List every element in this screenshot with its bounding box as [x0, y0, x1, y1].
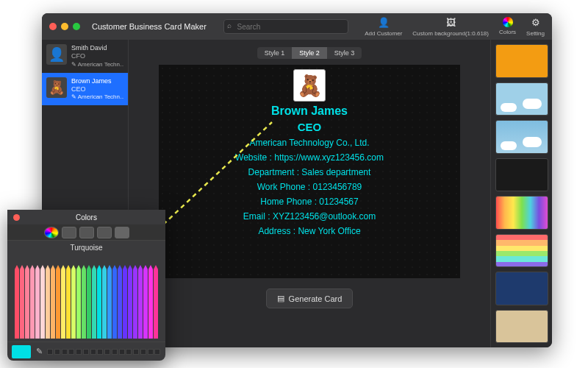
- generate-card-button[interactable]: ▤ Generate Card: [266, 289, 354, 308]
- pencil-color[interactable]: [20, 269, 24, 339]
- edit-icon: ✎: [71, 93, 78, 100]
- pencil-color[interactable]: [61, 269, 65, 339]
- customer-role: CEO: [71, 85, 123, 93]
- color-well[interactable]: [54, 349, 60, 355]
- customer-list-item[interactable]: 🧸 Brown James CEO ✎ American Technology …: [42, 73, 128, 106]
- pencil-color[interactable]: [66, 269, 71, 339]
- background-thumbnail[interactable]: [495, 158, 548, 192]
- background-thumbnail[interactable]: [495, 234, 548, 268]
- pencil-color[interactable]: [35, 269, 40, 339]
- colors-button[interactable]: Colors: [499, 17, 516, 37]
- pencil-color[interactable]: [15, 269, 19, 339]
- pencil-color[interactable]: [148, 269, 153, 339]
- pencil-color[interactable]: [133, 269, 137, 339]
- color-wheel-icon: [503, 17, 513, 27]
- close-icon[interactable]: [13, 214, 20, 221]
- pencil-color[interactable]: [112, 269, 117, 339]
- background-thumbnail[interactable]: [495, 82, 548, 116]
- toolbar: 👤 Add Customer 🖼 Custom background(1:0.6…: [365, 17, 545, 37]
- customer-name: Smith David: [71, 44, 123, 52]
- pencil-color[interactable]: [87, 269, 91, 339]
- background-thumbnail[interactable]: [495, 272, 548, 305]
- color-well[interactable]: [104, 349, 110, 355]
- pencil-color[interactable]: [97, 269, 101, 339]
- minimize-icon[interactable]: [61, 23, 68, 30]
- card-website: Website : https://www.xyz123456.com: [235, 152, 384, 163]
- customer-role: CFO: [71, 52, 123, 60]
- color-well[interactable]: [126, 349, 132, 355]
- pencil-color[interactable]: [51, 269, 55, 339]
- color-well[interactable]: [133, 349, 139, 355]
- current-color-swatch: [12, 345, 31, 358]
- color-well[interactable]: [112, 349, 118, 355]
- colors-panel-titlebar: Colors: [7, 210, 165, 224]
- custom-background-button[interactable]: 🖼 Custom background(1:0.618): [412, 17, 489, 37]
- pencil-color[interactable]: [25, 269, 29, 339]
- customer-company: ✎ American Technology C: [71, 61, 123, 68]
- card-home-phone: Home Phone : 01234567: [260, 197, 358, 207]
- color-well[interactable]: [119, 349, 125, 355]
- image-palettes-tab[interactable]: [97, 227, 112, 238]
- color-well[interactable]: [97, 349, 103, 355]
- business-card-preview: 🧸 Brown James CEO American Technology Co…: [159, 65, 460, 278]
- background-thumbnail[interactable]: [495, 120, 548, 154]
- toolbar-label: Colors: [499, 29, 516, 35]
- color-well[interactable]: [68, 349, 74, 355]
- toolbar-label: Custom background(1:0.618): [412, 30, 489, 37]
- custom-color-wells[interactable]: [47, 349, 161, 355]
- pencil-color[interactable]: [40, 269, 45, 339]
- card-email: Email : XYZ123456@outlook.com: [243, 211, 376, 222]
- color-well[interactable]: [140, 349, 146, 355]
- color-well[interactable]: [148, 349, 154, 355]
- background-thumbnail[interactable]: [495, 310, 548, 344]
- search-field-wrap: ⌕: [223, 19, 348, 34]
- color-well[interactable]: [76, 349, 82, 355]
- pencil-picker[interactable]: [7, 255, 165, 342]
- pencil-color[interactable]: [30, 269, 35, 339]
- card-name: Brown James: [271, 105, 348, 118]
- colors-panel-modes: [7, 224, 165, 241]
- zoom-icon[interactable]: [73, 23, 80, 30]
- pencil-color[interactable]: [102, 269, 107, 339]
- close-icon[interactable]: [49, 23, 57, 30]
- color-sliders-tab[interactable]: [62, 227, 76, 238]
- pencil-color[interactable]: [82, 269, 86, 339]
- style-tab[interactable]: Style 1: [257, 47, 293, 59]
- pencil-color[interactable]: [107, 269, 112, 339]
- color-well[interactable]: [154, 349, 160, 355]
- pencil-color[interactable]: [154, 269, 158, 339]
- background-thumbnail[interactable]: [495, 196, 548, 230]
- app-title: Customer Business Card Maker: [92, 22, 207, 31]
- settings-button[interactable]: ⚙ Setting: [526, 17, 545, 37]
- pencil-color[interactable]: [56, 269, 60, 339]
- color-well[interactable]: [83, 349, 89, 355]
- customer-name: Brown James: [71, 77, 123, 85]
- search-icon: ⌕: [227, 21, 232, 29]
- pencil-color[interactable]: [71, 269, 76, 339]
- style-tab[interactable]: Style 2: [292, 47, 327, 59]
- background-thumbnail[interactable]: [495, 44, 548, 78]
- color-well[interactable]: [90, 349, 96, 355]
- color-well[interactable]: [62, 349, 68, 355]
- add-customer-button[interactable]: 👤 Add Customer: [365, 17, 402, 37]
- gear-icon: ⚙: [530, 17, 542, 29]
- color-wheel-tab[interactable]: [44, 227, 59, 238]
- pencil-color[interactable]: [123, 269, 127, 339]
- card-role: CEO: [298, 121, 322, 133]
- search-input[interactable]: [223, 19, 348, 34]
- color-well[interactable]: [47, 349, 53, 355]
- style-tabs: Style 1Style 2Style 3: [257, 47, 362, 59]
- pencil-color[interactable]: [76, 269, 81, 339]
- pencil-color[interactable]: [92, 269, 96, 339]
- pencil-color[interactable]: [46, 269, 50, 339]
- color-palettes-tab[interactable]: [79, 227, 94, 238]
- pencil-color[interactable]: [128, 269, 132, 339]
- pencil-color[interactable]: [143, 269, 148, 339]
- eyedropper-button[interactable]: ✎: [34, 347, 44, 357]
- pencil-color[interactable]: [138, 269, 143, 339]
- pencil-color[interactable]: [118, 269, 122, 339]
- pencils-tab[interactable]: [115, 227, 129, 238]
- titlebar: Customer Business Card Maker ⌕ 👤 Add Cus…: [42, 13, 552, 40]
- style-tab[interactable]: Style 3: [327, 47, 362, 59]
- customer-list-item[interactable]: 👤 Smith David CFO ✎ American Technology …: [42, 40, 128, 73]
